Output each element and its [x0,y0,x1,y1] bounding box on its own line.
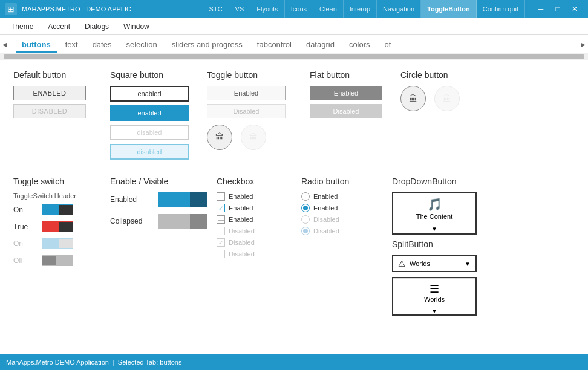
enable-label-collapsed: Collapsed [110,217,152,226]
enable-visible-section: Enable / Visible Enabled Collapsed [105,173,212,324]
horizontal-scrollbar[interactable] [0,53,588,60]
tab-datagrid[interactable]: datagrid [300,37,341,53]
enable-visible-title: Enable / Visible [110,177,207,186]
second-row: Toggle switch ToggleSwitch Header On Tru… [8,173,580,324]
toggle-enabled-button[interactable]: Enabled [207,86,286,100]
toggle-track-light[interactable] [42,238,73,249]
dropdown-button[interactable]: 🎵 The Content ▼ [392,192,477,235]
toggle-button-title: Toggle button [207,70,300,80]
tab-sliders[interactable]: sliders and progress [166,37,249,53]
menu-theme[interactable]: Theme [5,20,39,33]
menu-bar: Theme Accent Dialogs Window [0,18,588,35]
tab-ot[interactable]: ot [379,37,397,53]
radio-selected-disabled [301,227,310,235]
title-bar: ⊞ MAHAPPS.METRO - DEMO APPLIC... STC VS … [0,0,588,18]
dropdown-title: DropDownButton [392,177,479,186]
nav-tab-vs[interactable]: VS [229,0,251,18]
square-button-section: Square button enabled enabled disabled d… [105,67,202,167]
split-bottom-content: ☰ Worlds [393,278,475,307]
cb-row-2: ✓ Enabled [217,204,292,212]
nav-tab-clean[interactable]: Clean [313,0,344,18]
nav-tab-confirmquit[interactable]: Confirm quit [477,0,525,18]
warning-icon: ⚠ [398,259,406,268]
tab-dates[interactable]: dates [87,37,118,53]
checkbox-unchecked-enabled[interactable] [217,192,225,201]
default-button-section: Default button ENABLED DISABLED [8,67,105,167]
cb-row-1: Enabled [217,192,292,201]
checkbox-unchecked-disabled [217,227,225,235]
scrollbar-thumb[interactable] [4,54,584,59]
split-worlds-label: Worlds [410,260,461,267]
nav-tab-interop[interactable]: Interop [344,0,377,18]
circle-btn-1[interactable]: 🏛 [400,86,426,111]
default-enabled-button[interactable]: ENABLED [13,86,86,100]
nav-tab-navigation[interactable]: Navigation [377,0,421,18]
window-controls: ─ □ ✕ [532,0,583,18]
square-enabled-active-button[interactable]: enabled [110,105,189,121]
toggle-icon-button-1[interactable]: 🏛 [207,125,232,150]
toggle-track-gray[interactable] [42,255,73,266]
menu-window[interactable]: Window [117,20,155,33]
radio-selected-enabled[interactable] [301,204,310,212]
toggle-disabled-button: Disabled [207,104,286,118]
cb-label-4: Disabled [229,227,255,235]
tab-selection[interactable]: selection [120,37,163,53]
nav-tabs: STC VS Flyouts Icons Clean Interop Navig… [203,0,525,18]
cb-label-1: Enabled [229,193,253,200]
square-enabled-button[interactable]: enabled [110,86,189,102]
toggle-row-true: True [13,221,100,232]
maximize-button[interactable]: □ [549,0,566,18]
tab-colors[interactable]: colors [343,37,376,53]
toggle-switch-section: Toggle switch ToggleSwitch Header On Tru… [8,173,105,324]
nav-tab-icons[interactable]: Icons [285,0,313,18]
tab-text[interactable]: text [59,37,84,53]
flat-disabled-button: Disabled [310,104,382,118]
scroll-right-icon[interactable]: ▶ [578,35,588,53]
toggle-label-off: Off [13,256,38,265]
tab-buttons[interactable]: buttons [16,37,57,53]
radio-unselected-enabled-1[interactable] [301,192,310,201]
toggle-track-red[interactable] [42,221,73,232]
dropdown-arrow-icon[interactable]: ▼ [393,224,475,233]
status-right: Selected Tab: buttons [118,359,182,366]
flat-enabled-button[interactable]: Enabled [310,86,382,100]
enable-bar-gray[interactable] [158,214,207,229]
checkbox-indeterminate-disabled: — [217,250,225,258]
rb-label-2: Enabled [313,204,338,212]
dropdown-inner: 🎵 The Content [393,193,475,224]
toggle-switch-title: Toggle switch [13,177,100,186]
square-button-title: Square button [110,70,197,80]
app-title: MAHAPPS.METRO - DEMO APPLIC... [22,5,198,13]
list-icon: ☰ [430,282,439,296]
tab-tabcontrol[interactable]: tabcontrol [251,37,298,53]
cb-label-2: Enabled [229,204,253,212]
radio-button-title: Radio button [301,177,382,186]
checkbox-checked-disabled: ✓ [217,238,225,247]
split-button-worlds[interactable]: ⚠ Worlds ▼ [392,255,477,272]
menu-accent[interactable]: Accent [42,20,76,33]
sections-container: Default button ENABLED DISABLED Square b… [8,67,580,167]
enable-row-collapsed: Collapsed [110,214,207,229]
split-chevron-icon[interactable]: ▼ [465,261,471,267]
dropdown-section: DropDownButton 🎵 The Content ▼ SplitButt… [387,173,484,324]
nav-tab-flyouts[interactable]: Flyouts [250,0,284,18]
minimize-button[interactable]: ─ [532,0,549,18]
close-button[interactable]: ✕ [566,0,583,18]
toggle-label-true: True [13,222,38,231]
nav-tab-stc[interactable]: STC [203,0,229,18]
toggle-track-blue[interactable] [42,204,73,215]
app-icon: ⊞ [5,3,17,15]
scroll-left-icon[interactable]: ◀ [0,35,10,53]
checkbox-checked-enabled[interactable]: ✓ [217,204,225,212]
toggle-label-on-2: On [13,239,38,248]
split-bottom-label: Worlds [424,296,445,303]
status-left: MahApps.Metro DEMO Application [6,359,109,366]
split-button-worlds-bottom[interactable]: ☰ Worlds ▼ [392,277,477,316]
checkbox-indeterminate-enabled[interactable]: — [217,215,225,224]
nav-tab-togglebutton[interactable]: ToggleButton [421,0,477,18]
main-content: Default button ENABLED DISABLED Square b… [0,60,588,354]
menu-dialogs[interactable]: Dialogs [79,20,115,33]
split-bottom-arrow-icon[interactable]: ▼ [393,308,475,314]
toggle-switch-header: ToggleSwitch Header [13,192,100,200]
enable-bar-blue[interactable] [158,192,207,207]
